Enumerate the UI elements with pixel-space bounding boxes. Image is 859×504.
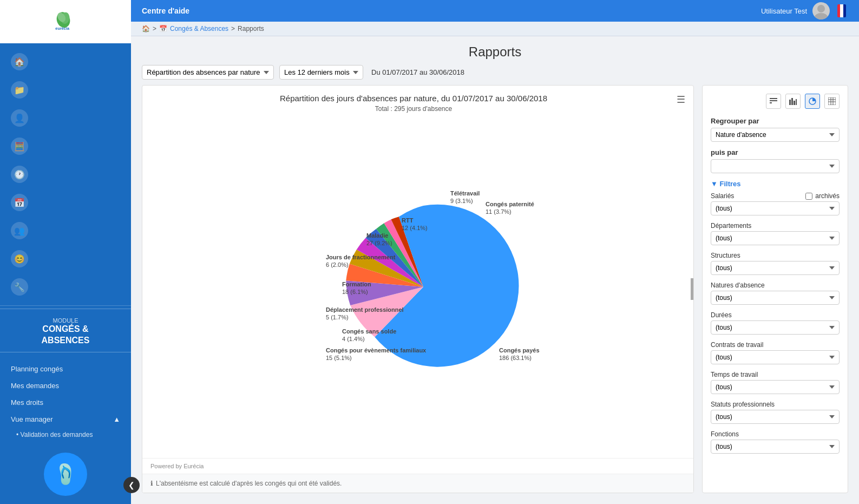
svg-rect-8 [770, 102, 772, 103]
chart-header: Répartition des jours d'absences par nat… [142, 86, 693, 115]
breadcrumb: 🏠 > 📅 Congés & Absences > Rapports [131, 22, 859, 36]
label-deplacement: Déplacement professionnel5 (1.7%) [326, 306, 404, 322]
sidebar-wrench-icon[interactable]: 🔧 [0, 273, 131, 301]
svg-rect-12 [796, 99, 797, 105]
topbar-title: Centre d'aide [142, 6, 189, 15]
breadcrumb-sep2: > [231, 25, 235, 32]
label-rtt: RTT12 (4.1%) [402, 217, 428, 232]
module-label: MODULE [5, 317, 126, 324]
svg-rect-14 [828, 97, 836, 105]
sidebar-calendar-icon[interactable]: 📅 [0, 188, 131, 217]
filter-durees: Durées (tous) [711, 311, 840, 335]
breadcrumb-section-link[interactable]: Congés & Absences [170, 25, 228, 32]
sidebar-people-icon[interactable]: 👥 [0, 217, 131, 245]
svg-rect-10 [791, 98, 793, 105]
natures-label: Natures d'absence [711, 282, 840, 289]
natures-select[interactable]: (tous) [711, 291, 840, 305]
breadcrumb-section-icon: 📅 [159, 25, 167, 32]
group-by-select[interactable]: Nature d'absence Salarié Département [711, 128, 840, 142]
info-text: L'absentéisme est calculé d'après les co… [156, 480, 342, 487]
topbar: Centre d'aide Utilisateur Test [131, 0, 859, 22]
user-label: Utilisateur Test [761, 7, 807, 15]
filter-fonctions: Fonctions (tous) [711, 430, 840, 454]
svg-rect-9 [789, 100, 791, 105]
svg-rect-7 [770, 100, 777, 101]
label-sans-solde: Congés sans solde4 (1.4%) [342, 328, 396, 343]
label-paternite: Congés paternité11 (3.7%) [486, 200, 534, 216]
topbar-right: Utilisateur Test [761, 2, 848, 19]
sidebar-item-planning[interactable]: Planning congés [0, 361, 131, 377]
label-conges-payes: Congés payés186 (63.1%) [499, 346, 540, 362]
fonctions-select[interactable]: (tous) [711, 440, 840, 454]
filter-temps: Temps de travail (tous) [711, 371, 840, 394]
sidebar-sub-compteurs[interactable]: Compteurs équipe [0, 442, 131, 444]
departements-select[interactable]: (tous) [711, 231, 840, 245]
breadcrumb-home[interactable]: 🏠 [142, 25, 150, 32]
statuts-select[interactable]: (tous) [711, 410, 840, 424]
avatar-icon [812, 2, 830, 19]
label-evenements: Congés pour évènements familiaux15 (5.1%… [326, 346, 426, 362]
period-select[interactable]: Les 12 derniers mois Cette année L'année… [279, 65, 363, 80]
info-icon: ℹ [150, 480, 153, 487]
svg-rect-6 [770, 98, 777, 99]
filter-statuts: Statuts professionnels (tous) [711, 401, 840, 424]
user-avatar[interactable] [812, 2, 830, 19]
durees-select[interactable]: (tous) [711, 320, 840, 335]
sidebar-collapse-button[interactable]: ❮ [123, 477, 140, 493]
chart-title: Répartition des jours d'absences par nat… [150, 94, 677, 103]
report-type-select[interactable]: Répartition des absences par nature Autr… [142, 65, 274, 80]
structures-select[interactable]: (tous) [711, 261, 840, 275]
filter-pie-chart-btn[interactable] [805, 94, 820, 109]
filter-then-by: puis par [711, 148, 840, 173]
chart-panel: Répartition des jours d'absences par nat… [142, 85, 694, 493]
toolbar: Répartition des absences par nature Autr… [131, 65, 859, 85]
sidebar-home-icon[interactable]: 🏠 [0, 48, 131, 76]
durees-label: Durées [711, 311, 840, 319]
chart-body: Télétravail9 (3.1%) Congés paternité11 (… [142, 115, 693, 458]
temps-select[interactable]: (tous) [711, 380, 840, 394]
then-by-select[interactable] [711, 159, 840, 173]
info-bar: ℹ L'absentéisme est calculé d'après les … [142, 474, 693, 493]
panel-collapse-button[interactable]: ‹ [691, 278, 694, 300]
archives-checkbox-label[interactable]: archivés [805, 192, 840, 200]
then-by-label: puis par [711, 148, 840, 156]
sidebar-item-mes-droits[interactable]: Mes droits [0, 394, 131, 411]
sidebar-group-vue-manager[interactable]: Vue manager ▲ [0, 411, 131, 428]
chart-menu-icon[interactable]: ☰ [677, 94, 685, 106]
sidebar: eurécia 🏠 📁 👤 🧮 🕐 📅 👥 😊 🔧 [0, 0, 131, 504]
contrats-label: Contrats de travail [711, 341, 840, 349]
temps-label: Temps de travail [711, 371, 840, 378]
breadcrumb-sep1: > [153, 25, 156, 32]
label-formation: Formation18 (6.1%) [342, 280, 371, 296]
sidebar-calculator-icon[interactable]: 🧮 [0, 132, 131, 160]
statuts-label: Statuts professionnels [711, 401, 840, 408]
label-fractionnement: Jours de fractionnement6 (2.0%) [326, 253, 395, 269]
archives-checkbox[interactable] [805, 193, 812, 200]
filter-bar-chart-btn[interactable] [785, 94, 801, 109]
filter-table-view-btn[interactable] [824, 94, 840, 109]
salaries-label: Salariés archivés [711, 192, 840, 200]
flag-icon[interactable] [837, 4, 846, 17]
filter-natures: Natures d'absence (tous) [711, 282, 840, 305]
filter-departements: Départements (tous) [711, 222, 840, 245]
sidebar-sub-validation[interactable]: Validation des demandes [0, 428, 131, 442]
body-flex: Répartition des jours d'absences par nat… [131, 85, 859, 504]
filter-structures: Structures (tous) [711, 252, 840, 275]
sidebar-folder-icon[interactable]: 📁 [0, 76, 131, 104]
svg-rect-11 [794, 101, 795, 105]
filter-list-view-btn[interactable] [766, 94, 781, 109]
content-area: Rapports Répartition des absences par na… [131, 36, 859, 504]
sidebar-nav: Planning congés Mes demandes Mes droits … [0, 355, 131, 444]
svg-point-4 [817, 5, 825, 12]
sidebar-clock-icon[interactable]: 🕐 [0, 160, 131, 188]
sidebar-smile-icon[interactable]: 😊 [0, 245, 131, 273]
svg-text:eurécia: eurécia [55, 26, 70, 31]
module-title-block: MODULE CONGÉS & ABSENCES [0, 309, 131, 352]
filter-group-by: Regrouper par Nature d'absence Salarié D… [711, 117, 840, 142]
sidebar-user-icon[interactable]: 👤 [0, 104, 131, 132]
page-title: Rapports [131, 36, 859, 65]
sidebar-item-mes-demandes[interactable]: Mes demandes [0, 377, 131, 394]
label-teletravail: Télétravail9 (3.1%) [450, 189, 480, 205]
contrats-select[interactable]: (tous) [711, 350, 840, 364]
salaries-select[interactable]: (tous) [711, 201, 840, 215]
